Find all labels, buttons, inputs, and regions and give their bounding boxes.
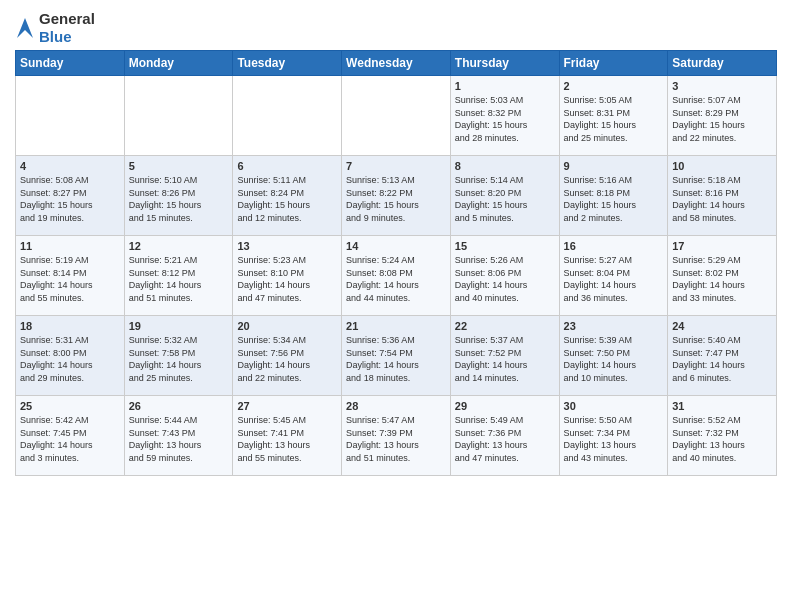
day-info: Sunrise: 5:45 AM Sunset: 7:41 PM Dayligh… bbox=[237, 414, 337, 464]
day-info: Sunrise: 5:31 AM Sunset: 8:00 PM Dayligh… bbox=[20, 334, 120, 384]
day-info: Sunrise: 5:14 AM Sunset: 8:20 PM Dayligh… bbox=[455, 174, 555, 224]
col-header-thursday: Thursday bbox=[450, 51, 559, 76]
day-number: 3 bbox=[672, 80, 772, 92]
calendar-cell bbox=[342, 76, 451, 156]
header: GeneralBlue bbox=[15, 10, 777, 46]
logo-text: GeneralBlue bbox=[39, 10, 95, 46]
day-info: Sunrise: 5:44 AM Sunset: 7:43 PM Dayligh… bbox=[129, 414, 229, 464]
calendar-cell: 19Sunrise: 5:32 AM Sunset: 7:58 PM Dayli… bbox=[124, 316, 233, 396]
day-info: Sunrise: 5:40 AM Sunset: 7:47 PM Dayligh… bbox=[672, 334, 772, 384]
calendar-cell bbox=[124, 76, 233, 156]
day-info: Sunrise: 5:36 AM Sunset: 7:54 PM Dayligh… bbox=[346, 334, 446, 384]
day-info: Sunrise: 5:34 AM Sunset: 7:56 PM Dayligh… bbox=[237, 334, 337, 384]
day-number: 23 bbox=[564, 320, 664, 332]
calendar-cell: 8Sunrise: 5:14 AM Sunset: 8:20 PM Daylig… bbox=[450, 156, 559, 236]
calendar-cell: 26Sunrise: 5:44 AM Sunset: 7:43 PM Dayli… bbox=[124, 396, 233, 476]
day-number: 8 bbox=[455, 160, 555, 172]
calendar-cell: 7Sunrise: 5:13 AM Sunset: 8:22 PM Daylig… bbox=[342, 156, 451, 236]
calendar-cell: 24Sunrise: 5:40 AM Sunset: 7:47 PM Dayli… bbox=[668, 316, 777, 396]
calendar-cell: 21Sunrise: 5:36 AM Sunset: 7:54 PM Dayli… bbox=[342, 316, 451, 396]
day-info: Sunrise: 5:32 AM Sunset: 7:58 PM Dayligh… bbox=[129, 334, 229, 384]
calendar-week-row: 4Sunrise: 5:08 AM Sunset: 8:27 PM Daylig… bbox=[16, 156, 777, 236]
day-info: Sunrise: 5:05 AM Sunset: 8:31 PM Dayligh… bbox=[564, 94, 664, 144]
day-number: 21 bbox=[346, 320, 446, 332]
day-info: Sunrise: 5:10 AM Sunset: 8:26 PM Dayligh… bbox=[129, 174, 229, 224]
day-number: 4 bbox=[20, 160, 120, 172]
calendar-week-row: 1Sunrise: 5:03 AM Sunset: 8:32 PM Daylig… bbox=[16, 76, 777, 156]
day-number: 31 bbox=[672, 400, 772, 412]
calendar-cell: 10Sunrise: 5:18 AM Sunset: 8:16 PM Dayli… bbox=[668, 156, 777, 236]
calendar-cell: 14Sunrise: 5:24 AM Sunset: 8:08 PM Dayli… bbox=[342, 236, 451, 316]
day-number: 12 bbox=[129, 240, 229, 252]
col-header-wednesday: Wednesday bbox=[342, 51, 451, 76]
day-info: Sunrise: 5:08 AM Sunset: 8:27 PM Dayligh… bbox=[20, 174, 120, 224]
day-number: 2 bbox=[564, 80, 664, 92]
calendar-cell: 28Sunrise: 5:47 AM Sunset: 7:39 PM Dayli… bbox=[342, 396, 451, 476]
calendar-cell: 31Sunrise: 5:52 AM Sunset: 7:32 PM Dayli… bbox=[668, 396, 777, 476]
calendar-cell: 23Sunrise: 5:39 AM Sunset: 7:50 PM Dayli… bbox=[559, 316, 668, 396]
calendar-table: SundayMondayTuesdayWednesdayThursdayFrid… bbox=[15, 50, 777, 476]
day-number: 11 bbox=[20, 240, 120, 252]
day-info: Sunrise: 5:50 AM Sunset: 7:34 PM Dayligh… bbox=[564, 414, 664, 464]
day-number: 17 bbox=[672, 240, 772, 252]
day-number: 15 bbox=[455, 240, 555, 252]
calendar-cell: 1Sunrise: 5:03 AM Sunset: 8:32 PM Daylig… bbox=[450, 76, 559, 156]
calendar-cell bbox=[16, 76, 125, 156]
calendar-cell: 15Sunrise: 5:26 AM Sunset: 8:06 PM Dayli… bbox=[450, 236, 559, 316]
day-info: Sunrise: 5:24 AM Sunset: 8:08 PM Dayligh… bbox=[346, 254, 446, 304]
day-number: 9 bbox=[564, 160, 664, 172]
day-info: Sunrise: 5:26 AM Sunset: 8:06 PM Dayligh… bbox=[455, 254, 555, 304]
calendar-cell: 20Sunrise: 5:34 AM Sunset: 7:56 PM Dayli… bbox=[233, 316, 342, 396]
day-info: Sunrise: 5:03 AM Sunset: 8:32 PM Dayligh… bbox=[455, 94, 555, 144]
calendar-cell: 16Sunrise: 5:27 AM Sunset: 8:04 PM Dayli… bbox=[559, 236, 668, 316]
day-info: Sunrise: 5:13 AM Sunset: 8:22 PM Dayligh… bbox=[346, 174, 446, 224]
col-header-saturday: Saturday bbox=[668, 51, 777, 76]
calendar-cell: 27Sunrise: 5:45 AM Sunset: 7:41 PM Dayli… bbox=[233, 396, 342, 476]
day-number: 25 bbox=[20, 400, 120, 412]
day-info: Sunrise: 5:16 AM Sunset: 8:18 PM Dayligh… bbox=[564, 174, 664, 224]
page-container: GeneralBlue SundayMondayTuesdayWednesday… bbox=[0, 0, 792, 486]
calendar-cell: 6Sunrise: 5:11 AM Sunset: 8:24 PM Daylig… bbox=[233, 156, 342, 236]
calendar-cell: 5Sunrise: 5:10 AM Sunset: 8:26 PM Daylig… bbox=[124, 156, 233, 236]
col-header-sunday: Sunday bbox=[16, 51, 125, 76]
col-header-monday: Monday bbox=[124, 51, 233, 76]
col-header-friday: Friday bbox=[559, 51, 668, 76]
calendar-cell: 13Sunrise: 5:23 AM Sunset: 8:10 PM Dayli… bbox=[233, 236, 342, 316]
day-info: Sunrise: 5:07 AM Sunset: 8:29 PM Dayligh… bbox=[672, 94, 772, 144]
calendar-header-row: SundayMondayTuesdayWednesdayThursdayFrid… bbox=[16, 51, 777, 76]
calendar-cell: 25Sunrise: 5:42 AM Sunset: 7:45 PM Dayli… bbox=[16, 396, 125, 476]
day-number: 13 bbox=[237, 240, 337, 252]
day-info: Sunrise: 5:37 AM Sunset: 7:52 PM Dayligh… bbox=[455, 334, 555, 384]
calendar-week-row: 25Sunrise: 5:42 AM Sunset: 7:45 PM Dayli… bbox=[16, 396, 777, 476]
calendar-cell: 29Sunrise: 5:49 AM Sunset: 7:36 PM Dayli… bbox=[450, 396, 559, 476]
col-header-tuesday: Tuesday bbox=[233, 51, 342, 76]
day-number: 24 bbox=[672, 320, 772, 332]
calendar-week-row: 11Sunrise: 5:19 AM Sunset: 8:14 PM Dayli… bbox=[16, 236, 777, 316]
calendar-cell: 30Sunrise: 5:50 AM Sunset: 7:34 PM Dayli… bbox=[559, 396, 668, 476]
day-number: 6 bbox=[237, 160, 337, 172]
day-number: 14 bbox=[346, 240, 446, 252]
day-info: Sunrise: 5:29 AM Sunset: 8:02 PM Dayligh… bbox=[672, 254, 772, 304]
calendar-cell: 12Sunrise: 5:21 AM Sunset: 8:12 PM Dayli… bbox=[124, 236, 233, 316]
day-number: 27 bbox=[237, 400, 337, 412]
day-number: 22 bbox=[455, 320, 555, 332]
logo: GeneralBlue bbox=[15, 10, 95, 46]
calendar-cell: 22Sunrise: 5:37 AM Sunset: 7:52 PM Dayli… bbox=[450, 316, 559, 396]
day-info: Sunrise: 5:47 AM Sunset: 7:39 PM Dayligh… bbox=[346, 414, 446, 464]
svg-marker-0 bbox=[17, 18, 33, 38]
day-number: 26 bbox=[129, 400, 229, 412]
day-number: 19 bbox=[129, 320, 229, 332]
day-number: 18 bbox=[20, 320, 120, 332]
day-number: 5 bbox=[129, 160, 229, 172]
day-number: 28 bbox=[346, 400, 446, 412]
day-number: 16 bbox=[564, 240, 664, 252]
day-info: Sunrise: 5:23 AM Sunset: 8:10 PM Dayligh… bbox=[237, 254, 337, 304]
day-info: Sunrise: 5:52 AM Sunset: 7:32 PM Dayligh… bbox=[672, 414, 772, 464]
calendar-cell: 9Sunrise: 5:16 AM Sunset: 8:18 PM Daylig… bbox=[559, 156, 668, 236]
day-info: Sunrise: 5:42 AM Sunset: 7:45 PM Dayligh… bbox=[20, 414, 120, 464]
logo-bird-icon bbox=[15, 16, 35, 40]
calendar-cell: 4Sunrise: 5:08 AM Sunset: 8:27 PM Daylig… bbox=[16, 156, 125, 236]
day-number: 20 bbox=[237, 320, 337, 332]
calendar-cell: 11Sunrise: 5:19 AM Sunset: 8:14 PM Dayli… bbox=[16, 236, 125, 316]
day-number: 29 bbox=[455, 400, 555, 412]
